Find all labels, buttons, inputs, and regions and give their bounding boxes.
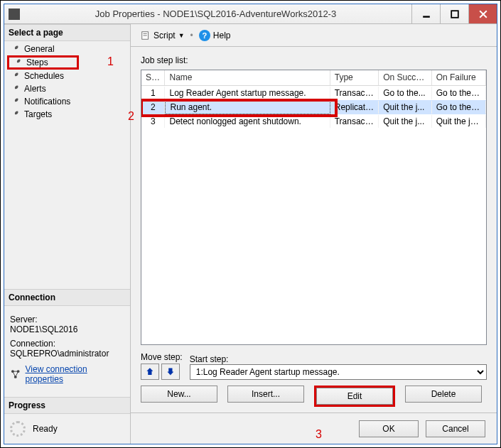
cell-name: Detect nonlogged agent shutdown.	[165, 115, 330, 128]
cell-name: Run agent.	[165, 100, 330, 114]
move-up-button[interactable]: 🡅	[141, 364, 159, 380]
server-label: Server:	[10, 315, 124, 324]
cell-on-failure: Quit the job...	[432, 115, 486, 128]
col-name[interactable]: Name	[165, 70, 330, 85]
content-area: Job step list: St... Name Type On Succes…	[131, 47, 497, 413]
col-on-success[interactable]: On Success	[379, 70, 431, 85]
highlight-edit: Edit	[314, 386, 395, 407]
cell-on-success: Go to the...	[379, 87, 431, 99]
edit-button[interactable]: Edit	[316, 388, 393, 405]
maximize-button[interactable]	[440, 4, 468, 23]
start-step-select[interactable]: 1:Log Reader Agent startup message.	[190, 364, 487, 380]
table-row[interactable]: 3 Detect nonlogged agent shutdown. Trans…	[141, 114, 486, 129]
new-button[interactable]: New...	[141, 386, 217, 403]
help-icon: ?	[199, 30, 210, 41]
page-item-general[interactable]: General	[4, 43, 130, 55]
svg-rect-1	[451, 11, 458, 18]
app-icon	[9, 9, 20, 20]
progress-header: Progress	[4, 397, 130, 414]
col-on-failure[interactable]: On Failure	[432, 70, 486, 85]
left-panel: Select a page General Steps Schedules	[4, 24, 131, 444]
cell-on-success: Quit the j...	[379, 101, 431, 114]
annotation-3: 3	[316, 428, 322, 441]
cell-on-failure: Go to the n...	[432, 101, 486, 114]
connection-body: Server: NODE1\SQL2016 Connection: SQLREP…	[4, 306, 130, 388]
move-step-label: Move step:	[141, 352, 183, 362]
progress-body: Ready	[4, 414, 130, 444]
dialog-footer: OK Cancel	[131, 413, 497, 444]
start-step-label: Start step:	[190, 354, 487, 364]
window-controls	[411, 4, 497, 23]
insert-button[interactable]: Insert...	[227, 386, 304, 403]
wrench-icon	[10, 71, 20, 81]
grid-header: St... Name Type On Success On Failure	[141, 70, 486, 86]
cell-type: Transact-...	[330, 87, 379, 99]
wrench-icon	[10, 44, 20, 54]
annotation-1: 1	[107, 55, 114, 68]
page-item-alerts[interactable]: Alerts	[4, 82, 130, 95]
start-step-block: Start step: 1:Log Reader Agent startup m…	[190, 354, 487, 380]
cell-type: Transact-...	[330, 115, 379, 128]
cell-step: 3	[141, 115, 165, 128]
wrench-icon	[10, 97, 20, 106]
job-step-grid[interactable]: St... Name Type On Success On Failure 1 …	[141, 70, 487, 345]
page-label: Alerts	[24, 84, 46, 94]
sidebar-spacer	[4, 122, 130, 289]
titlebar[interactable]: Job Properties - NODE1\SQL2016-Adventure…	[4, 4, 497, 24]
page-label: Notifications	[24, 97, 70, 106]
progress-spinner-icon	[10, 421, 26, 437]
table-row[interactable]: 1 Log Reader Agent startup message. Tran…	[141, 86, 486, 100]
wrench-icon	[10, 84, 20, 94]
progress-status: Ready	[33, 424, 58, 434]
close-button[interactable]	[468, 4, 497, 23]
script-button[interactable]: Script ▼	[138, 29, 188, 42]
screenshot-frame: Job Properties - NODE1\SQL2016-Adventure…	[0, 0, 501, 448]
ok-button[interactable]: OK	[359, 420, 419, 437]
page-item-schedules[interactable]: Schedules	[4, 70, 130, 82]
col-step[interactable]: St...	[141, 70, 165, 85]
step-buttons-row: New... Insert... Edit Delete	[141, 386, 487, 407]
page-list: General Steps Schedules Alerts	[4, 41, 130, 122]
cell-step: 2	[141, 101, 165, 114]
connection-label: Connection:	[10, 339, 124, 349]
chevron-down-icon: ▼	[178, 32, 185, 39]
page-item-notifications[interactable]: Notifications	[4, 95, 130, 108]
col-type[interactable]: Type	[330, 70, 379, 85]
view-connection-properties-link[interactable]: View connection properties	[26, 364, 124, 384]
page-item-steps[interactable]: Steps	[26, 58, 48, 67]
page-label: Targets	[24, 109, 52, 119]
annotation-2: 2	[128, 110, 134, 123]
select-page-header: Select a page	[4, 24, 130, 41]
right-panel: Script ▼ • ? Help Job step list: St... N…	[131, 24, 497, 444]
connection-value: SQLREPRO\administrator	[10, 349, 124, 359]
delete-button[interactable]: Delete	[405, 386, 482, 403]
move-step-block: Move step: 🡅 🡇	[141, 352, 183, 380]
connection-header: Connection	[4, 289, 130, 306]
page-label: Schedules	[24, 71, 64, 81]
dialog-window: Job Properties - NODE1\SQL2016-Adventure…	[4, 4, 497, 444]
cancel-button[interactable]: Cancel	[426, 420, 485, 437]
help-button[interactable]: ? Help	[196, 28, 234, 43]
cell-step: 1	[141, 87, 165, 99]
job-step-list-caption: Job step list:	[141, 55, 487, 65]
network-icon	[10, 368, 21, 380]
page-label: General	[24, 44, 55, 54]
cell-on-failure: Go to the n...	[432, 87, 486, 99]
move-down-button[interactable]: 🡇	[161, 364, 180, 380]
toolbar-separator: •	[190, 31, 193, 40]
script-label: Script	[153, 31, 176, 40]
table-row-selected[interactable]: 2 Run agent. Replicati... Quit the j... …	[141, 100, 486, 114]
script-icon	[141, 31, 151, 40]
help-label: Help	[213, 31, 231, 40]
server-value: NODE1\SQL2016	[10, 324, 124, 334]
minimize-button[interactable]	[411, 4, 440, 23]
cell-name: Log Reader Agent startup message.	[165, 87, 330, 99]
cell-type: Replicati...	[330, 101, 379, 114]
wrench-icon	[10, 109, 20, 119]
page-item-targets[interactable]: Targets	[4, 108, 130, 121]
wrench-icon	[12, 58, 22, 67]
highlight-steps: Steps	[7, 55, 79, 70]
window-title: Job Properties - NODE1\SQL2016-Adventure…	[20, 9, 411, 19]
grid-body: 1 Log Reader Agent startup message. Tran…	[141, 86, 486, 344]
toolbar: Script ▼ • ? Help	[131, 24, 497, 47]
